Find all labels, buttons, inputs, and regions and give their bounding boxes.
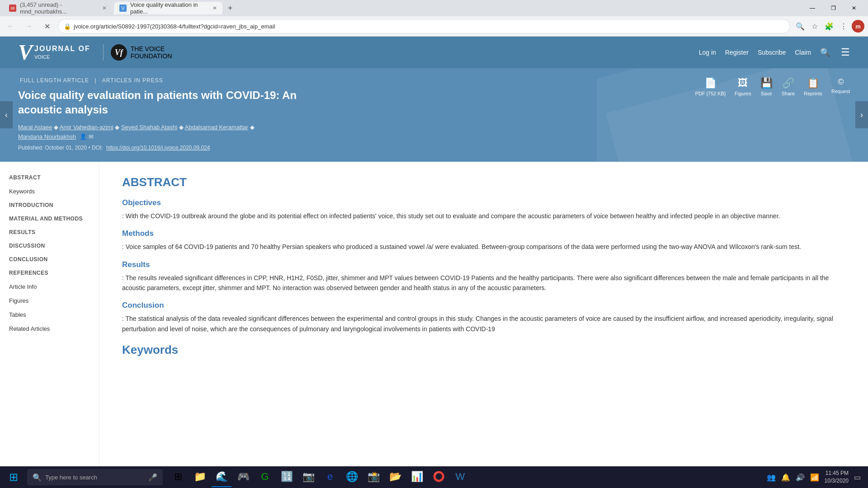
sidebar-item-introduction[interactable]: INTRODUCTION bbox=[0, 198, 99, 212]
tab-article-label: Voice quality evaluation in patie... bbox=[130, 1, 207, 15]
sidebar-item-related-articles[interactable]: Related Articles bbox=[0, 322, 99, 336]
author-icons: 👤 ✉ bbox=[80, 133, 94, 140]
author-profile-icon[interactable]: 👤 bbox=[80, 133, 87, 140]
sidebar-item-discussion[interactable]: DISCUSSION bbox=[0, 239, 99, 253]
windows-logo: ⊞ bbox=[9, 471, 18, 483]
tab-article-close[interactable]: ✕ bbox=[212, 5, 217, 11]
taskbar-app-ppt[interactable]: 📊 bbox=[407, 467, 427, 487]
taskbar-network-icon[interactable]: 📶 bbox=[810, 473, 819, 482]
page-content: V JOURNAL OF VOICE Vf THE VOICE FOUNDATI… bbox=[0, 37, 868, 488]
extensions-button[interactable]: 🧩 bbox=[823, 20, 835, 33]
taskbar-show-desktop-icon[interactable]: ▭ bbox=[854, 473, 861, 482]
tab-email-label: (3,457 unread) - mnd_nourbakhs... bbox=[20, 1, 97, 15]
taskbar-app-files[interactable]: 📁 bbox=[190, 467, 210, 487]
taskbar-app-edge[interactable]: 🌊 bbox=[212, 467, 231, 487]
author-nourbakhsh[interactable]: Mandana Nourbakhsh bbox=[18, 133, 76, 140]
back-button[interactable]: ← bbox=[4, 19, 18, 33]
sidebar-item-article-info[interactable]: Article Info bbox=[0, 280, 99, 294]
taskbar-app-ie[interactable]: e bbox=[320, 467, 340, 487]
foundation-text: THE VOICE FOUNDATION bbox=[131, 45, 172, 60]
doi-label: DOI: bbox=[92, 145, 103, 151]
sidebar-item-results[interactable]: RESULTS bbox=[0, 225, 99, 239]
nav-claim[interactable]: Claim bbox=[795, 49, 811, 56]
author-email-icon[interactable]: ✉ bbox=[89, 133, 94, 140]
minimize-button[interactable]: — bbox=[802, 0, 823, 16]
taskbar-app-camera2[interactable]: 📸 bbox=[363, 467, 383, 487]
nav-login[interactable]: Log in bbox=[699, 49, 716, 56]
sidebar-item-figures[interactable]: Figures bbox=[0, 294, 99, 308]
header-menu-icon[interactable]: ☰ bbox=[841, 47, 850, 58]
toolbar-save[interactable]: 💾 Save bbox=[760, 77, 773, 96]
author-vahedian[interactable]: Amir Vahedian-azimi bbox=[60, 124, 113, 131]
forward-button[interactable]: → bbox=[22, 19, 36, 33]
taskbar-app-calc[interactable]: 🔢 bbox=[277, 467, 297, 487]
photo-icon: 📸 bbox=[368, 471, 380, 483]
taskbar-time[interactable]: 11:45 PM 10/3/2020 bbox=[825, 469, 849, 485]
sidebar: ABSTRACT Keywords INTRODUCTION MATERIAL … bbox=[0, 162, 99, 488]
word-icon: W bbox=[456, 471, 465, 483]
sidebar-item-abstract[interactable]: ABSTRACT bbox=[0, 171, 99, 184]
taskbar-people-icon[interactable]: 👥 bbox=[767, 473, 776, 482]
author-atashi[interactable]: Seyed Shahab Atashi bbox=[121, 124, 177, 131]
address-right-icons: 🔍 ☆ 🧩 ⋮ m bbox=[794, 20, 864, 33]
taskbar-app-steelseries[interactable]: 🎮 bbox=[233, 467, 253, 487]
article-title: Voice quality evaluation in patients wit… bbox=[18, 88, 335, 117]
sidebar-item-keywords[interactable]: Keywords bbox=[0, 184, 99, 198]
taskbar-mic-icon[interactable]: 🎤 bbox=[148, 473, 157, 482]
taskbar-volume-icon[interactable]: 🔊 bbox=[796, 473, 805, 482]
taskbar-app-word[interactable]: W bbox=[450, 467, 470, 487]
toolbar-share[interactable]: 🔗 Share bbox=[782, 77, 795, 96]
taskbar-app-chrome[interactable]: 🌐 bbox=[342, 467, 362, 487]
article-next-arrow[interactable]: › bbox=[855, 101, 868, 128]
sidebar-item-material-methods[interactable]: MATERIAL AND METHODS bbox=[0, 212, 99, 225]
taskbar-app-gchrome[interactable]: ⭕ bbox=[429, 467, 448, 487]
article-header: ‹ › FULL LENGTH ARTICLE | ARTICLES IN PR… bbox=[0, 68, 868, 162]
toolbar-reprints[interactable]: 📋 Reprints bbox=[804, 77, 822, 96]
taskbar-app-camera[interactable]: 📷 bbox=[298, 467, 318, 487]
doi-separator: • bbox=[88, 145, 92, 151]
ie-icon: e bbox=[327, 471, 333, 483]
author-keramattar[interactable]: Abdalsamad Keramattar bbox=[185, 124, 248, 131]
browser-chrome: ✉ (3,457 unread) - mnd_nourbakhs... ✕ V … bbox=[0, 0, 868, 37]
nav-register[interactable]: Register bbox=[725, 49, 749, 56]
request-label: Request bbox=[831, 89, 850, 94]
menu-button[interactable]: ⋮ bbox=[837, 20, 850, 33]
sidebar-item-references[interactable]: REFERENCES bbox=[0, 266, 99, 280]
taskbar-notification-icon[interactable]: 🔔 bbox=[781, 473, 790, 482]
nav-subscribe[interactable]: Subscribe bbox=[758, 49, 786, 56]
tab-email-close[interactable]: ✕ bbox=[102, 5, 107, 11]
new-tab-button[interactable]: + bbox=[224, 4, 236, 13]
close-button[interactable]: ✕ bbox=[844, 0, 864, 16]
header-nav: Log in Register Subscribe Claim 🔍 ☰ bbox=[699, 47, 850, 58]
taskbar-app-folder[interactable]: 📂 bbox=[385, 467, 405, 487]
tab-article[interactable]: V Voice quality evaluation in patie... ✕ bbox=[114, 2, 222, 14]
bookmark-button[interactable]: ☆ bbox=[808, 20, 821, 33]
toolbar-request[interactable]: © Request bbox=[831, 77, 850, 94]
logo-v: V bbox=[18, 42, 33, 63]
taskbar-app-taskview[interactable]: ⊞ bbox=[168, 467, 188, 487]
header-search-icon[interactable]: 🔍 bbox=[820, 47, 830, 57]
share-icon: 🔗 bbox=[782, 77, 794, 89]
reload-button[interactable]: ✕ bbox=[40, 19, 54, 33]
author-aslaee[interactable]: Maral Aslaee bbox=[18, 124, 52, 131]
article-authors: Maral Aslaee ◆ Amir Vahedian-azimi ◆ Sey… bbox=[18, 124, 335, 131]
start-button[interactable]: ⊞ bbox=[4, 467, 24, 487]
taskbar-search[interactable]: 🔍 Type here to search 🎤 bbox=[27, 469, 163, 485]
folder-icon: 📂 bbox=[389, 471, 401, 483]
tab-email[interactable]: ✉ (3,457 unread) - mnd_nourbakhs... ✕ bbox=[4, 2, 112, 14]
article-prev-arrow[interactable]: ‹ bbox=[0, 101, 13, 128]
logo-journal: JOURNAL OF VOICE bbox=[34, 44, 90, 60]
search-button[interactable]: 🔍 bbox=[794, 20, 807, 33]
sidebar-item-conclusion[interactable]: CONCLUSION bbox=[0, 253, 99, 266]
profile-icon[interactable]: m bbox=[852, 20, 864, 33]
toolbar-pdf[interactable]: 📄 PDF [752 KB] bbox=[695, 77, 726, 96]
objectives-text: : With the COVID-19 outbreak around the … bbox=[122, 211, 845, 221]
taskbar-app-g[interactable]: G bbox=[255, 467, 275, 487]
article-type-text: FULL LENGTH ARTICLE bbox=[20, 77, 89, 84]
sidebar-item-tables[interactable]: Tables bbox=[0, 308, 99, 322]
restore-button[interactable]: ❐ bbox=[823, 0, 844, 16]
toolbar-figures[interactable]: 🖼 Figures bbox=[735, 77, 751, 96]
steelseries-icon: 🎮 bbox=[237, 471, 250, 483]
doi-link[interactable]: https://doi.org/10.1016/j.jvoice.2020.09… bbox=[106, 145, 210, 151]
address-bar[interactable]: 🔒 jvoice.org/article/S0892-1997(20)30368… bbox=[58, 19, 790, 33]
